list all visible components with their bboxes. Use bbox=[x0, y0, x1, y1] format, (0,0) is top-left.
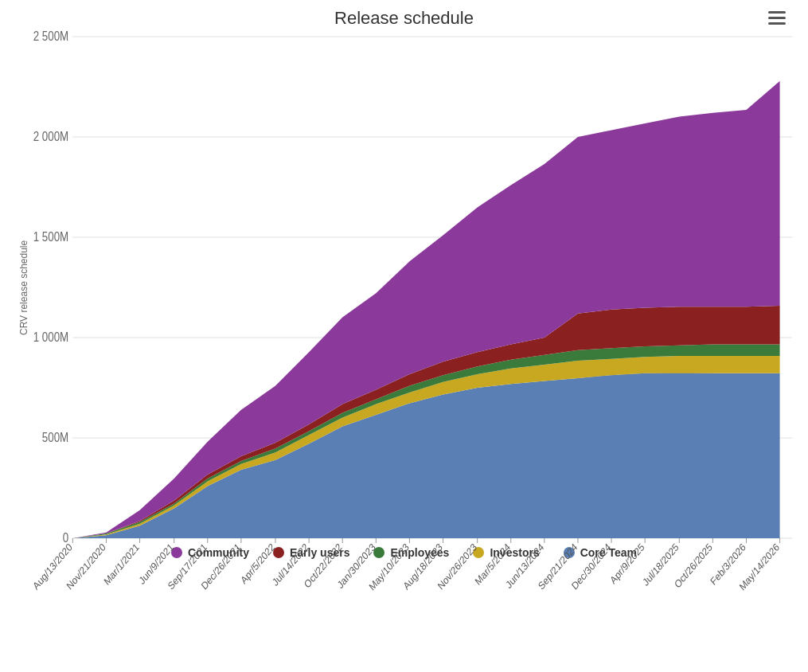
svg-text:1 500M: 1 500M bbox=[33, 230, 68, 244]
chart-inner: 2 500M 2 000M 1 500M 1 000M 500M 0 bbox=[32, 37, 792, 538]
y-axis-label: CRV release schedule bbox=[16, 37, 32, 538]
svg-text:1 000M: 1 000M bbox=[33, 330, 68, 344]
menu-icon[interactable] bbox=[768, 11, 786, 25]
chart-title: Release schedule bbox=[16, 8, 792, 29]
grid-svg-area: 2 500M 2 000M 1 500M 1 000M 500M 0 bbox=[32, 37, 792, 538]
chart-area: CRV release schedule 2 500M bbox=[16, 37, 792, 538]
chart-container: Release schedule CRV release schedule bbox=[0, 0, 808, 672]
svg-text:500M: 500M bbox=[42, 431, 68, 444]
svg-text:2 500M: 2 500M bbox=[33, 29, 68, 43]
main-svg: 2 500M 2 000M 1 500M 1 000M 500M 0 bbox=[32, 37, 792, 538]
svg-text:2 000M: 2 000M bbox=[33, 130, 68, 143]
